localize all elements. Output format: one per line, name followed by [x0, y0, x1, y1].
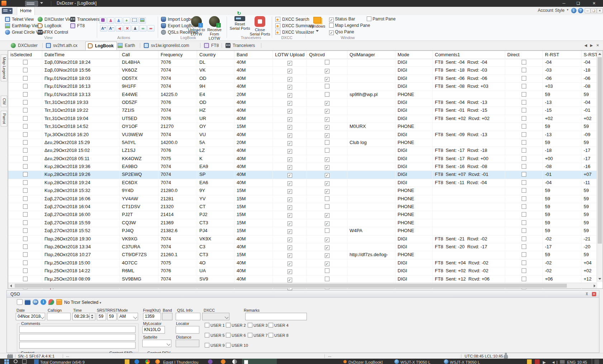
lotw-upload-checkbox[interactable]: [288, 157, 292, 162]
direct-checkbox[interactable]: [522, 140, 526, 145]
user2-checkbox[interactable]: USER 2: [226, 323, 246, 327]
qslrcvd-checkbox[interactable]: [325, 77, 329, 82]
direct-checkbox[interactable]: [522, 172, 526, 177]
user5-checkbox[interactable]: USER 5: [205, 333, 225, 337]
tab-sv2hrt[interactable]: sv2hrt.ath.cx: [44, 42, 80, 50]
qslrcvd-checkbox[interactable]: [325, 253, 329, 258]
table-row[interactable]: Κυρ,28Οκτ2018 19:36EA9BO7074EA940MDIGIFT…: [8, 163, 597, 171]
tab-dxcluster[interactable]: DXCluster: [9, 42, 41, 50]
new-qso-icon[interactable]: [17, 299, 23, 305]
direct-checkbox[interactable]: [522, 244, 526, 249]
isselected-checkbox[interactable]: [23, 100, 28, 105]
direct-checkbox[interactable]: [522, 100, 526, 105]
qslrcvd-checkbox[interactable]: [325, 148, 329, 153]
lotw-upload-checkbox[interactable]: [288, 197, 292, 202]
qslrcvd-checkbox[interactable]: [325, 245, 329, 250]
qslrcvd-checkbox[interactable]: [325, 181, 329, 186]
qslrcvd-checkbox[interactable]: [325, 133, 329, 138]
lotw-upload-checkbox[interactable]: [288, 109, 292, 114]
lotw-upload-checkbox[interactable]: [288, 181, 292, 186]
column-header-mode[interactable]: Mode: [395, 51, 433, 59]
font-increase-button[interactable]: A⁺: [100, 25, 107, 32]
column-header-call[interactable]: Call: [120, 51, 158, 59]
lotw-upload-checkbox[interactable]: [288, 253, 292, 258]
rrst-input[interactable]: 59: [107, 313, 117, 320]
side-tab-map-legend[interactable]: Map Legend: [1, 54, 7, 81]
direct-checkbox[interactable]: [522, 132, 526, 137]
move-button[interactable]: +: [123, 17, 130, 24]
isselected-checkbox[interactable]: [23, 268, 28, 273]
column-header-datetime[interactable]: DateTime: [42, 51, 120, 59]
table-row[interactable]: Τετ,31Οκτ2018 14:52OY1OF21270OY15MM0URXP…: [8, 123, 597, 131]
lotw-upload-checkbox[interactable]: [288, 141, 292, 146]
mylocator-input[interactable]: KN10LO: [142, 326, 165, 334]
mdi-restore-button[interactable]: ❏: [591, 8, 597, 13]
locator-pin-icon[interactable]: [48, 299, 54, 305]
table-row[interactable]: Παρ,26Οκτ2018 19:30VK9XG7074VK9X40MDIGIF…: [8, 235, 597, 243]
app-icon-orange[interactable]: [221, 359, 225, 364]
dxdozer-icon[interactable]: [343, 360, 347, 363]
lotw-upload-checkbox[interactable]: [288, 93, 292, 98]
isselected-checkbox[interactable]: [23, 244, 28, 249]
mode-combobox[interactable]: AM: [118, 313, 138, 320]
app-button-green[interactable]: [242, 359, 277, 364]
window-minimize-button[interactable]: ─: [558, 0, 570, 7]
qslrcvd-checkbox[interactable]: [325, 196, 329, 201]
save-qso-icon[interactable]: [25, 299, 30, 305]
column-header-country[interactable]: Country: [197, 51, 234, 59]
qslrcvd-checkbox[interactable]: [325, 101, 329, 106]
table-row[interactable]: Κυρ,28Οκτ2018 19:26SP2EWQ7074SP40MDIGIFT…: [8, 171, 597, 179]
freq-input[interactable]: 1359: [143, 313, 161, 320]
remarks-input[interactable]: [245, 313, 307, 320]
taskbar-item-label[interactable]: Total Commander (x64) 9: [40, 360, 85, 364]
tab-home[interactable]: Home: [17, 7, 35, 15]
tab-earth[interactable]: Earth: [115, 42, 138, 50]
task-view-icon[interactable]: [22, 359, 27, 364]
time-input[interactable]: 08:28:34: [72, 313, 95, 320]
lotw-upload-checkbox[interactable]: [288, 278, 292, 282]
taskbar-item-label[interactable]: WSJT-X T9050 L: [450, 360, 480, 364]
reset-serial-ports-button[interactable]: Reset Serial Ports: [229, 16, 250, 38]
isselected-checkbox[interactable]: [23, 260, 28, 265]
lotw-upload-checkbox[interactable]: [288, 229, 292, 234]
table-row[interactable]: Σαβ,27Οκτ2018 16:06YV4AW21281YV15MPHONE5…: [8, 195, 597, 203]
chrome-icon[interactable]: [145, 359, 150, 364]
column-header-s-rst[interactable]: S-RST: [581, 51, 597, 59]
lotw-upload-checkbox[interactable]: [288, 125, 292, 130]
vertical-scrollbar-thumb[interactable]: [598, 57, 602, 244]
notification-center-icon[interactable]: [594, 359, 599, 364]
column-header-isselected[interactable]: isSelected: [8, 51, 42, 59]
parrot-pane-checkbox[interactable]: Parrot Pane: [367, 16, 395, 22]
scroll-left-icon[interactable]: [10, 284, 12, 287]
column-header-qslmanager[interactable]: QslManager: [347, 51, 395, 59]
taskbar-item-label[interactable]: Egypt I Thunderclou: [163, 360, 198, 364]
qslrcvd-checkbox[interactable]: [325, 221, 329, 226]
delete-button[interactable]: ✕: [124, 25, 131, 32]
trcvr-selector[interactable]: No Trcvr Selected ▾: [64, 300, 101, 305]
direct-checkbox[interactable]: [522, 124, 526, 129]
sattelite-combobox[interactable]: [142, 340, 171, 347]
quick-access-toolbar-icon[interactable]: [25, 1, 38, 6]
qslrcvd-checkbox[interactable]: [325, 277, 329, 281]
direct-checkbox[interactable]: [522, 116, 526, 121]
keyboard-icon[interactable]: [560, 360, 565, 364]
app-icon-circle[interactable]: [232, 359, 237, 364]
comments-input-2[interactable]: [19, 334, 136, 341]
isselected-checkbox[interactable]: [23, 132, 28, 137]
isselected-checkbox[interactable]: [23, 196, 28, 201]
user10-checkbox[interactable]: USER 10: [226, 343, 248, 348]
direct-checkbox[interactable]: [522, 252, 526, 257]
vertical-scrollbar[interactable]: [597, 51, 603, 282]
horizontal-scrollbar-thumb[interactable]: [15, 284, 567, 288]
user1-checkbox[interactable]: USER 1: [205, 323, 225, 327]
image-button[interactable]: [139, 17, 146, 24]
wsjtx-icon[interactable]: [444, 359, 448, 364]
qslrcvd-checkbox[interactable]: [325, 125, 329, 130]
font-decrease-button[interactable]: A⁻: [108, 25, 115, 32]
comments-input-3[interactable]: [19, 342, 136, 349]
tab-scroll-right-button[interactable]: ▶: [590, 43, 593, 47]
isselected-checkbox[interactable]: [23, 277, 28, 281]
isselected-checkbox[interactable]: [23, 148, 28, 153]
app-menu-button[interactable]: [2, 8, 13, 14]
pin-icon[interactable]: ⊼: [585, 292, 589, 296]
